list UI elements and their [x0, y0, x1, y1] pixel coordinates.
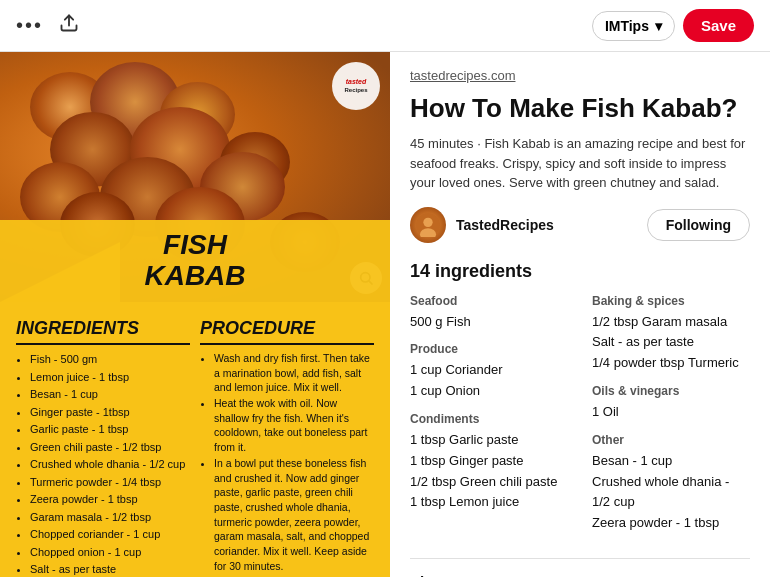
list-item: Heat the wok with oil. Now shallow fry t…: [214, 396, 374, 455]
ingredients-card: INGREDIENTS Fish - 500 gmLemon juice - 1…: [16, 318, 190, 577]
ingredient-group: Baking & spices1/2 tbsp Garam masalaSalt…: [592, 294, 750, 374]
list-item: In a bowl put these boneless fish and cr…: [214, 456, 374, 574]
list-item: Wash and dry fish first. Then take a mar…: [214, 351, 374, 395]
recipe-headline: How To Make Fish Kabab?: [410, 93, 750, 124]
list-item: Zeera powder - 1 tbsp: [30, 491, 190, 508]
tab-photos[interactable]: Photos: [410, 573, 461, 577]
recipe-description: 45 minutes · Fish Kabab is an amazing re…: [410, 134, 750, 193]
list-item: Lemon juice - 1 tbsp: [30, 369, 190, 386]
brand-name-line2: Recipes: [344, 87, 367, 94]
recipe-title-overlay: FISH KABAB: [0, 220, 390, 302]
list-item: Garam masala - 1/2 tbsp: [30, 509, 190, 526]
ingredient-item: 1 tbsp Garlic paste: [410, 430, 568, 451]
save-button[interactable]: Save: [683, 9, 754, 42]
recipe-image: tasted Recipes FISH KABAB: [0, 52, 390, 302]
ingredients-grid: Seafood500 g FishProduce1 cup Coriander1…: [410, 294, 750, 544]
right-panel: tastedrecipes.com How To Make Fish Kabab…: [390, 52, 770, 577]
tab-comments[interactable]: Comments: [485, 573, 558, 577]
main-content: tasted Recipes FISH KABAB: [0, 52, 770, 577]
ingredient-item: Crushed whole dhania - 1/2 cup: [592, 472, 750, 514]
list-item: Turmeric powder - 1/4 tbsp: [30, 474, 190, 491]
brand-badge: tasted Recipes: [332, 62, 380, 110]
ingredient-item: 1/4 powder tbsp Turmeric: [592, 353, 750, 374]
ingr-col-right: Baking & spices1/2 tbsp Garam masalaSalt…: [592, 294, 750, 544]
ingredient-item: 1 cup Onion: [410, 381, 568, 402]
author-row: TastedRecipes Following: [410, 207, 750, 243]
ingredient-group: Condiments1 tbsp Garlic paste1 tbsp Ging…: [410, 412, 568, 513]
recipe-title: FISH KABAB: [16, 230, 374, 292]
list-item: Chopped coriander - 1 cup: [30, 526, 190, 543]
left-panel: tasted Recipes FISH KABAB: [0, 52, 390, 577]
ingredient-group-title: Condiments: [410, 412, 568, 426]
author-name: TastedRecipes: [456, 217, 554, 233]
procedure-content: Wash and dry fish first. Then take a mar…: [200, 351, 374, 577]
source-link[interactable]: tastedrecipes.com: [410, 68, 750, 83]
list-item: Fish - 500 gm: [30, 351, 190, 368]
ingredient-group: Oils & vinegars1 Oil: [592, 384, 750, 423]
ingredient-group-title: Other: [592, 433, 750, 447]
ingredients-content: Fish - 500 gmLemon juice - 1 tbspBesan -…: [16, 351, 190, 577]
top-bar-right: IMTips ▾ Save: [592, 9, 754, 42]
procedure-card: PROCEDURE Wash and dry fish first. Then …: [200, 318, 374, 577]
ingredient-group: Produce1 cup Coriander1 cup Onion: [410, 342, 568, 402]
divider: [410, 558, 750, 559]
procedure-title: PROCEDURE: [200, 318, 374, 345]
list-item: Ginger paste - 1tbsp: [30, 404, 190, 421]
ingredient-item: 1 Oil: [592, 402, 750, 423]
board-select[interactable]: IMTips ▾: [592, 11, 675, 41]
ingredient-item: 500 g Fish: [410, 312, 568, 333]
ingredient-group-title: Baking & spices: [592, 294, 750, 308]
ingredients-section: 14 ingredients Seafood500 g FishProduce1…: [410, 261, 750, 544]
recipe-details-grid: INGREDIENTS Fish - 500 gmLemon juice - 1…: [0, 302, 390, 577]
upload-icon[interactable]: [59, 13, 79, 38]
top-bar-left: •••: [16, 13, 79, 38]
ingredient-item: 1/2 tbsp Garam masala: [592, 312, 750, 333]
ingredient-group: Seafood500 g Fish: [410, 294, 568, 333]
ingr-col-left: Seafood500 g FishProduce1 cup Coriander1…: [410, 294, 568, 544]
tabs-row: PhotosComments: [410, 573, 750, 577]
ingredient-item: 1 tbsp Lemon juice: [410, 492, 568, 513]
author-avatar: [410, 207, 446, 243]
brand-name-line1: tasted: [344, 78, 367, 86]
ingredient-item: 1 cup Coriander: [410, 360, 568, 381]
ingredient-group: OtherBesan - 1 cupCrushed whole dhania -…: [592, 433, 750, 534]
top-bar: ••• IMTips ▾ Save: [0, 0, 770, 52]
ingredient-group-title: Seafood: [410, 294, 568, 308]
svg-point-4: [423, 217, 432, 226]
list-item: Garlic paste - 1 tbsp: [30, 421, 190, 438]
ingredient-group-title: Oils & vinegars: [592, 384, 750, 398]
ingredient-group-title: Produce: [410, 342, 568, 356]
ingredient-item: Zeera powder - 1 tbsp: [592, 513, 750, 534]
ingredients-title: INGREDIENTS: [16, 318, 190, 345]
board-name: IMTips: [605, 18, 649, 34]
ingredient-item: Salt - as per taste: [592, 332, 750, 353]
list-item: Green chili paste - 1/2 tbsp: [30, 439, 190, 456]
ingredient-item: 1/2 tbsp Green chili paste: [410, 472, 568, 493]
chevron-down-icon: ▾: [655, 18, 662, 34]
list-item: Besan - 1 cup: [30, 386, 190, 403]
ingredient-item: 1 tbsp Ginger paste: [410, 451, 568, 472]
follow-button[interactable]: Following: [647, 209, 750, 241]
author-info: TastedRecipes: [410, 207, 554, 243]
more-options-icon[interactable]: •••: [16, 14, 43, 37]
list-item: Crushed whole dhania - 1/2 cup: [30, 456, 190, 473]
list-item: Chopped onion - 1 cup: [30, 544, 190, 561]
ingredients-count: 14 ingredients: [410, 261, 750, 282]
ingredient-item: Besan - 1 cup: [592, 451, 750, 472]
list-item: Salt - as per taste: [30, 561, 190, 577]
